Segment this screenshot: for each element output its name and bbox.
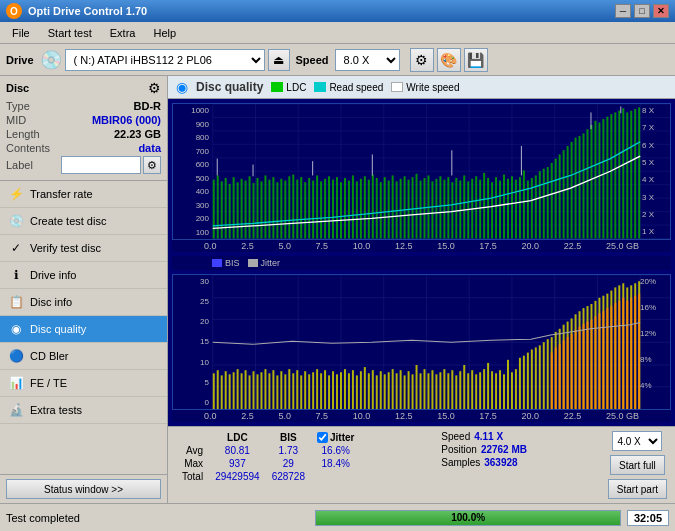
svg-rect-182 [308,374,310,409]
svg-rect-211 [423,369,425,409]
svg-rect-133 [312,161,313,175]
svg-rect-55 [340,182,342,238]
svg-rect-49 [316,175,318,238]
svg-rect-128 [630,111,632,239]
svg-rect-90 [479,180,481,239]
svg-rect-96 [503,175,505,239]
menu-start-test[interactable]: Start test [40,25,100,41]
status-window-button[interactable]: Status window >> [6,479,161,499]
svg-rect-189 [336,374,338,409]
speed-select[interactable]: 8.0 X [335,49,400,71]
close-button[interactable]: ✕ [653,4,669,18]
time-display: 32:05 [627,510,669,526]
top-chart-wrapper: 1000900800700600500400300200100 8 X7 X6 … [172,103,671,252]
avg-jitter: 16.6% [311,444,360,457]
menu-file[interactable]: File [4,25,38,41]
jitter-legend-label: Jitter [261,258,281,268]
eject-button[interactable]: ⏏ [268,49,290,71]
svg-rect-277 [594,316,596,409]
top-chart-y-right: 8 X7 X6 X5 X4 X3 X2 X1 X [642,104,670,239]
nav-cd-bler[interactable]: 🔵 CD Bler [0,343,167,370]
svg-rect-69 [396,181,398,238]
svg-rect-269 [563,340,565,409]
legend-ldc: LDC [271,82,306,93]
disc-settings-icon[interactable]: ⚙ [148,80,161,96]
menu-help[interactable]: Help [145,25,184,41]
drive-info-icon: ℹ [8,267,24,283]
drive-bar: Drive 💿 ( N:) ATAPI iHBS112 2 PL06 ⏏ Spe… [0,44,675,76]
svg-rect-226 [483,369,485,409]
nav-verify-test-disc[interactable]: ✓ Verify test disc [0,235,167,262]
total-label: Total [176,470,209,483]
max-bis: 29 [266,457,311,470]
svg-rect-79 [435,179,437,239]
svg-rect-225 [479,372,481,409]
charts-container: 1000900800700600500400300200100 8 X7 X6 … [168,99,675,426]
svg-rect-78 [431,181,433,238]
drive-select[interactable]: ( N:) ATAPI iHBS112 2 PL06 [65,49,265,71]
svg-rect-124 [614,112,616,238]
maximize-button[interactable]: □ [634,4,650,18]
menu-extra[interactable]: Extra [102,25,144,41]
nav-extra-tests[interactable]: 🔬 Extra tests [0,397,167,424]
svg-rect-67 [388,180,390,238]
svg-rect-101 [523,170,525,238]
svg-rect-66 [384,177,386,238]
minimize-button[interactable]: ─ [615,4,631,18]
svg-rect-135 [451,150,452,175]
start-full-button[interactable]: Start full [610,455,665,475]
svg-rect-209 [416,365,418,409]
label-input[interactable] [61,156,141,174]
svg-rect-197 [368,373,370,409]
svg-rect-242 [547,339,549,409]
nav-disc-quality[interactable]: ◉ Disc quality [0,316,167,343]
speed-result-select[interactable]: 4.0 X [612,431,662,451]
svg-rect-27 [229,184,231,239]
svg-rect-204 [396,373,398,409]
svg-rect-105 [539,171,541,238]
svg-rect-23 [213,180,215,239]
settings-icon[interactable]: ⚙ [410,48,434,72]
svg-rect-32 [249,176,251,238]
extra-tests-icon: 🔬 [8,402,24,418]
svg-rect-215 [439,372,441,409]
svg-rect-81 [443,180,445,239]
nav-transfer-rate[interactable]: ⚡ Transfer rate [0,181,167,208]
svg-rect-80 [439,176,441,238]
label-settings-button[interactable]: ⚙ [143,156,161,174]
svg-rect-200 [380,371,382,409]
svg-rect-194 [356,375,358,409]
nav-fe-te[interactable]: 📊 FE / TE [0,370,167,397]
svg-rect-213 [431,370,433,409]
save-icon[interactable]: 💾 [464,48,488,72]
quality-header: ◉ Disc quality LDC Read speed Write spee… [168,76,675,99]
bottom-chart-wrapper: 302520151050 20%16%12%8%4% 0.02.55.07.51… [172,274,671,423]
svg-rect-50 [320,181,322,238]
svg-rect-68 [392,175,394,238]
svg-rect-274 [583,323,585,409]
svg-rect-220 [459,371,461,409]
cd-bler-icon: 🔵 [8,348,24,364]
nav-disc-info[interactable]: 📋 Disc info [0,289,167,316]
nav-drive-info[interactable]: ℹ Drive info [0,262,167,289]
svg-rect-212 [427,373,429,409]
app-title: Opti Drive Control 1.70 [28,5,147,17]
bottom-chart-legend: BIS Jitter [172,256,671,270]
svg-rect-56 [344,178,346,239]
start-part-button[interactable]: Start part [608,479,667,499]
svg-rect-114 [575,138,577,239]
svg-rect-234 [515,369,517,409]
jitter-checkbox[interactable] [317,432,328,443]
legend-ldc-color [271,82,283,92]
svg-rect-95 [499,180,501,238]
nav-create-test-disc[interactable]: 💿 Create test disc [0,208,167,235]
color-icon[interactable]: 🎨 [437,48,461,72]
svg-rect-201 [384,374,386,409]
svg-rect-160 [221,375,223,409]
svg-rect-93 [491,182,493,238]
svg-rect-104 [535,175,537,238]
nav-transfer-rate-label: Transfer rate [30,188,93,200]
svg-rect-35 [260,181,262,238]
svg-rect-122 [606,117,608,239]
svg-rect-94 [495,177,497,238]
